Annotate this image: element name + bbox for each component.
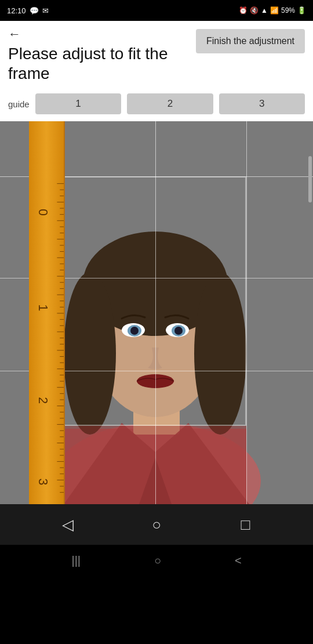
guide-tab-2[interactable]: 2 (127, 93, 213, 114)
signal-icon: 📶 (270, 6, 279, 15)
svg-text:1: 1 (36, 305, 50, 312)
alarm-icon: ⏰ (239, 6, 248, 15)
svg-text:3: 3 (36, 479, 50, 486)
battery-icon: 🔋 (297, 6, 306, 15)
svg-rect-17 (29, 128, 64, 498)
guide-tab-3[interactable]: 3 (219, 93, 305, 114)
recent-apps-button[interactable]: □ (231, 510, 260, 539)
ruler: Ruler ticks 0 1 2 3 (29, 121, 65, 504)
guide-bar: guide 1 2 3 (0, 89, 313, 121)
gesture-pill-icon: ||| (71, 554, 81, 567)
mail-icon: ✉ (42, 6, 49, 15)
top-bar-left: ← Please adjust to fit the frame (8, 27, 196, 83)
notification-icon: 💬 (30, 6, 39, 15)
svg-text:2: 2 (36, 397, 50, 404)
nav-bar: ◁ ○ □ (0, 504, 313, 545)
back-nav-button[interactable]: ◁ (53, 510, 82, 539)
back-button[interactable]: ← (8, 27, 26, 42)
guide-label: guide (8, 99, 30, 109)
status-right: ⏰ 🔇 ▲ 📶 59% 🔋 (239, 6, 306, 15)
guide-tab-1[interactable]: 1 (35, 93, 121, 114)
battery-label: 59% (281, 6, 295, 15)
gesture-bar: ||| ○ < (0, 545, 313, 576)
photo-area[interactable]: Ruler ticks 0 1 2 3 (0, 121, 313, 504)
page-title: Please adjust to fit the frame (8, 44, 196, 83)
svg-text:0: 0 (36, 209, 50, 216)
grid-line-vertical-3 (246, 121, 247, 504)
status-left: 12:10 💬 ✉ (7, 6, 49, 15)
home-nav-button[interactable]: ○ (142, 510, 171, 539)
gesture-chevron-icon: < (235, 554, 242, 567)
ruler-svg: Ruler ticks 0 1 2 3 (29, 121, 64, 504)
wifi-icon: ▲ (261, 6, 268, 15)
gesture-circle-icon: ○ (154, 554, 161, 567)
status-bar: 12:10 💬 ✉ ⏰ 🔇 ▲ 📶 59% 🔋 (0, 0, 313, 21)
grid-line-vertical-2 (155, 121, 156, 504)
scroll-indicator (308, 156, 312, 202)
mute-icon: 🔇 (250, 6, 259, 15)
top-bar: ← Please adjust to fit the frame Finish … (0, 21, 313, 89)
time: 12:10 (7, 6, 26, 15)
finish-adjustment-button[interactable]: Finish the adjustment (196, 29, 305, 53)
